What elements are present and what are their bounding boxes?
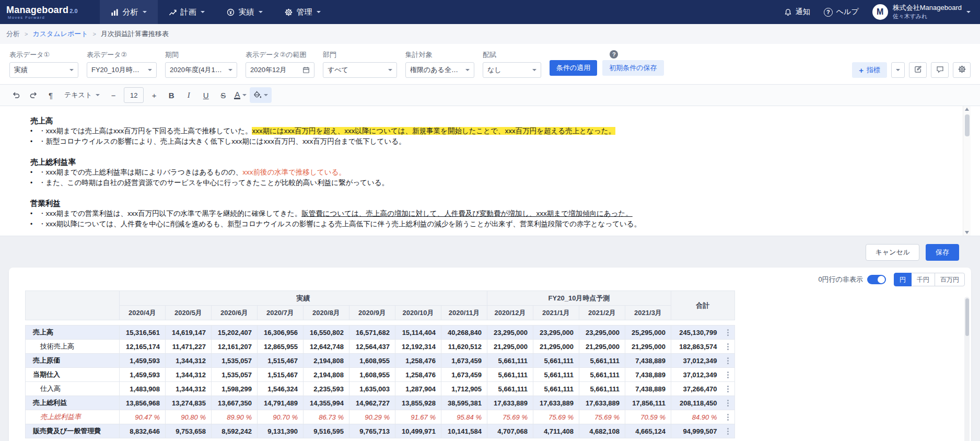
cell-value: 4,711,408 — [533, 424, 579, 438]
metric-options-button[interactable] — [891, 62, 905, 78]
table-scrollbar-thumb[interactable] — [965, 298, 969, 336]
save-button[interactable]: 保存 — [926, 244, 959, 261]
filter-department-select[interactable]: すべて — [323, 62, 397, 78]
add-metric-button[interactable]: + 指標 — [852, 62, 887, 78]
cell-value: 1,515,467 — [258, 354, 304, 368]
paragraph-mark-button[interactable]: ¶ — [43, 87, 59, 103]
edit-note-button[interactable] — [909, 62, 927, 78]
row-menu-icon[interactable] — [721, 414, 735, 421]
cell-value: 12,642,748 — [304, 340, 349, 354]
underline-button[interactable]: U — [198, 87, 214, 103]
cell-value: 15,202,407 — [212, 326, 258, 340]
calendar-icon — [302, 66, 310, 74]
cell-value: 90.29 % — [349, 410, 395, 424]
cell-total: 182,863,574 — [671, 340, 721, 354]
breadcrumb-item-2[interactable]: カスタムレポート — [32, 29, 88, 39]
question-icon: ? — [824, 8, 833, 17]
account-menu[interactable]: M 株式会社Manageboard 佐々木すみれ — [872, 4, 971, 20]
row-menu-icon[interactable] — [721, 343, 735, 350]
filter-display-data-2-range-select[interactable]: 2020年12月 — [246, 62, 314, 78]
editor-scrollbar[interactable] — [963, 106, 971, 236]
nav-item-analysis[interactable]: 分析 — [100, 0, 158, 24]
help-button[interactable]: ? ヘルプ — [824, 7, 859, 17]
chevron-down-icon — [242, 94, 247, 96]
month-column-header: 2020/9月 — [349, 306, 395, 320]
bold-button[interactable]: B — [164, 87, 179, 103]
editor-scrollbar-thumb[interactable] — [965, 114, 970, 136]
undo-button[interactable] — [8, 87, 24, 103]
cell-value: 90.80 % — [166, 410, 212, 424]
cell-value: 1,459,593 — [120, 354, 166, 368]
filter-period-select[interactable]: 2020年度(4月1日〜3月 — [165, 62, 237, 78]
cell-value: 13,274,835 — [166, 396, 212, 410]
month-column-header: 2020/7月 — [258, 306, 304, 320]
highlight-color-button[interactable] — [250, 87, 272, 103]
cell-value: 1,535,057 — [212, 354, 258, 368]
note-bullet: •・xxx期以降については、人件費を中心に削減を進めるも、新型コロナウイルスの影… — [30, 219, 939, 229]
redo-button[interactable] — [26, 87, 41, 103]
save-default-conditions-button[interactable]: 初期条件の保存 — [602, 60, 663, 76]
cell-value: 1,712,905 — [441, 382, 487, 396]
bar-chart-icon — [111, 8, 119, 16]
logo-tagline: Moves Forward — [6, 15, 78, 20]
filter-label: 配賦 — [483, 50, 541, 60]
filter-aggregation-target-select[interactable]: 権限のある全タグ — [405, 62, 474, 78]
app-logo[interactable]: Manageboard 2.0 Moves Forward — [6, 0, 78, 24]
table-scrollbar[interactable] — [964, 297, 970, 441]
help-label: ヘルプ — [836, 7, 859, 17]
unit-button-千円[interactable]: 千円 — [911, 273, 935, 286]
cell-value: 4,665,124 — [625, 424, 671, 438]
filter-value: 実績 — [14, 65, 28, 75]
cell-value: 2,235,593 — [304, 382, 349, 396]
breadcrumb-item-1[interactable]: 分析 — [6, 29, 20, 39]
unit-button-百万円[interactable]: 百万円 — [935, 273, 965, 286]
cell-value: 5,661,111 — [487, 368, 533, 382]
apply-conditions-button[interactable]: 条件の適用 — [550, 60, 597, 76]
settings-button[interactable] — [953, 62, 971, 78]
cell-value: 9,516,595 — [304, 424, 349, 438]
row-menu-icon[interactable] — [721, 329, 735, 336]
filter-display-data-2-select[interactable]: FY20_10月時点予測 — [87, 62, 157, 78]
column-group-2: FY20_10月時点予測 — [487, 291, 671, 306]
scroll-up-icon[interactable] — [965, 108, 969, 111]
notifications-button[interactable]: 通知 — [784, 7, 810, 17]
row-menu-icon[interactable] — [721, 428, 735, 435]
cell-value: 9,753,658 — [166, 424, 212, 438]
cell-value: 21,295,000 — [625, 340, 671, 354]
avatar: M — [872, 4, 888, 20]
font-size-increase-button[interactable]: + — [146, 87, 162, 103]
row-menu-icon[interactable] — [721, 400, 735, 407]
filter-display-data-1-select[interactable]: 実績 — [9, 62, 78, 78]
strikethrough-button[interactable]: S — [215, 87, 231, 103]
cell-value: 91.67 % — [395, 410, 441, 424]
block-style-select[interactable]: テキスト — [60, 87, 104, 103]
comments-button[interactable] — [931, 62, 949, 78]
gear-icon — [285, 8, 293, 16]
note-heading: 営業利益 — [30, 198, 939, 208]
cell-value: 1,483,908 — [120, 382, 166, 396]
cell-value: 1,608,955 — [349, 354, 395, 368]
nav-item-plan[interactable]: 計画 — [158, 0, 216, 24]
row-menu-icon[interactable] — [721, 372, 735, 378]
font-size-value[interactable]: 12 — [124, 87, 144, 103]
row-menu-icon[interactable] — [721, 386, 735, 392]
scroll-down-icon[interactable] — [965, 231, 969, 234]
table-row-gross-margin: 売上総利益率90.47 %90.80 %89.90 %90.70 %86.73 … — [26, 410, 735, 424]
row-label: 売上高 — [26, 326, 120, 340]
row-menu-icon[interactable] — [721, 357, 735, 364]
italic-button[interactable]: I — [181, 87, 196, 103]
help-badge-icon[interactable]: ? — [610, 50, 618, 59]
nav-item-management[interactable]: 管理 — [274, 0, 332, 24]
font-color-button[interactable]: A — [232, 87, 248, 103]
filter-allocation-select[interactable]: なし — [483, 62, 541, 78]
unit-button-円[interactable]: 円 — [894, 273, 912, 286]
nav-item-results[interactable]: 実績 — [216, 0, 274, 24]
plus-icon: + — [859, 66, 864, 74]
note-editor[interactable]: 売上高•・xxx期までは売上高はxxx百万円を下回る売上高で推移していた。xxx… — [9, 106, 971, 236]
cell-value: 23,295,000 — [579, 326, 625, 340]
logo-text: Manageboard — [6, 5, 68, 16]
font-size-decrease-button[interactable]: − — [106, 87, 121, 103]
trend-icon — [169, 8, 177, 16]
cancel-button[interactable]: キャンセル — [866, 244, 919, 261]
hide-zero-rows-toggle[interactable] — [867, 275, 886, 284]
